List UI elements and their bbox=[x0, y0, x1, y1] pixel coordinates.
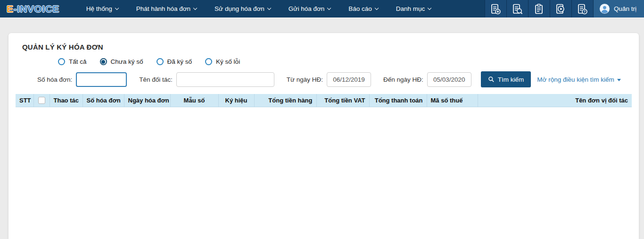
svg-text:?: ? bbox=[584, 10, 586, 13]
radio-label: Đã ký số bbox=[167, 58, 192, 65]
sign-status-radio-group: Tất cảChưa ký sốĐã ký sốKý số lỗi bbox=[58, 58, 632, 65]
nav-item-5[interactable]: Báo cáo bbox=[339, 0, 387, 17]
content-panel: QUẢN LÝ KÝ HÓA ĐƠN Tất cảChưa ký sốĐã ký… bbox=[8, 33, 639, 239]
column-header-9: Tổng tiền VAT bbox=[316, 94, 369, 107]
radio-button-icon bbox=[58, 58, 65, 65]
expand-search-label: Mở rộng điều kiện tìm kiếm bbox=[537, 76, 614, 83]
nav-item-2[interactable]: Phát hành hóa đơn bbox=[127, 0, 206, 17]
radio-dot bbox=[101, 60, 105, 64]
expand-search-link[interactable]: Mở rộng điều kiện tìm kiếm bbox=[537, 76, 620, 83]
nav-item-label: Sử dụng hóa đơn bbox=[215, 5, 264, 12]
nav-item-3[interactable]: Sử dụng hóa đơn bbox=[206, 0, 280, 17]
user-avatar-icon bbox=[599, 3, 610, 14]
column-header-8: Tổng tiền hàng bbox=[254, 94, 316, 107]
column-header-6: Mẫu số bbox=[170, 94, 218, 107]
to-date-label: Đến ngày HĐ: bbox=[383, 76, 423, 83]
nav-item-label: Báo cáo bbox=[348, 5, 372, 12]
column-header-12: Tên đơn vị đối tác bbox=[478, 94, 632, 107]
document-search-icon[interactable] bbox=[506, 0, 528, 17]
chevron-down-icon bbox=[193, 6, 197, 10]
nav-item-4[interactable]: Gửi hóa đơn bbox=[280, 0, 339, 17]
radio-option-3[interactable]: Đã ký số bbox=[157, 58, 192, 65]
nav-item-label: Phát hành hóa đơn bbox=[136, 5, 190, 12]
column-header-3: Thao tác bbox=[50, 94, 83, 107]
column-header-1: STT bbox=[16, 94, 33, 107]
column-header-7: Ký hiệu bbox=[218, 94, 254, 107]
column-header-10: Tổng thanh toán bbox=[369, 94, 427, 107]
from-date-input[interactable] bbox=[327, 72, 371, 87]
radio-button-icon bbox=[205, 58, 212, 65]
chevron-down-icon bbox=[115, 6, 118, 10]
select-all-checkbox[interactable] bbox=[38, 97, 45, 104]
page-title: QUẢN LÝ KÝ HÓA ĐƠN bbox=[16, 33, 632, 51]
document-add-icon[interactable] bbox=[485, 0, 506, 17]
document-help-icon[interactable]: ? bbox=[571, 0, 593, 17]
logo-text-e: E bbox=[7, 3, 14, 15]
invoice-no-input[interactable] bbox=[76, 72, 127, 87]
nav-item-label: Danh mục bbox=[396, 5, 425, 12]
invoice-table: STTThao tácSố hóa đơnNgày hóa đơnMẫu sốK… bbox=[16, 94, 632, 107]
from-date-label: Từ ngày HĐ: bbox=[287, 76, 323, 83]
nav-item-1[interactable]: Hệ thống bbox=[77, 0, 127, 17]
search-icon bbox=[488, 76, 495, 83]
chevron-down-icon bbox=[375, 6, 379, 10]
radio-option-4[interactable]: Ký số lỗi bbox=[205, 58, 240, 65]
user-name-label: Quản trị bbox=[614, 5, 636, 12]
search-button-label: Tìm kiếm bbox=[498, 76, 524, 83]
column-header-5: Ngày hóa đơn bbox=[124, 94, 170, 107]
app-logo[interactable]: E-INVOICE bbox=[0, 0, 64, 17]
navbar-right: ? Quản trị bbox=[485, 0, 644, 17]
radio-button-icon bbox=[157, 58, 164, 65]
search-button[interactable]: Tìm kiếm bbox=[481, 71, 531, 87]
chevron-down-icon bbox=[267, 6, 271, 10]
search-filter-bar: Số hóa đơn: Tên đối tác: Từ ngày HĐ: Đến… bbox=[37, 71, 632, 87]
to-date-input[interactable] bbox=[427, 72, 471, 87]
partner-label: Tên đối tác: bbox=[139, 76, 173, 83]
select-all-header bbox=[33, 94, 50, 107]
chevron-down-icon bbox=[617, 79, 621, 81]
radio-button-icon bbox=[100, 58, 107, 65]
user-menu[interactable]: Quản trị bbox=[593, 0, 644, 17]
nav-item-6[interactable]: Danh mục bbox=[387, 0, 440, 17]
partner-name-input[interactable] bbox=[176, 72, 274, 87]
logo-text-invoice: -INVOICE bbox=[14, 3, 59, 15]
quick-icons: ? bbox=[485, 0, 593, 17]
radio-option-1[interactable]: Tất cả bbox=[58, 58, 87, 65]
main-menu: Hệ thốngPhát hành hóa đơnSử dụng hóa đơn… bbox=[77, 0, 440, 17]
top-navbar: E-INVOICE Hệ thốngPhát hành hóa đơnSử dụ… bbox=[0, 0, 644, 17]
column-header-4: Số hóa đơn bbox=[83, 94, 124, 107]
radio-label: Chưa ký số bbox=[111, 58, 143, 65]
column-header-11: Mã số thuế bbox=[427, 94, 478, 107]
nav-item-label: Hệ thống bbox=[86, 5, 112, 12]
radio-option-2[interactable]: Chưa ký số bbox=[100, 58, 143, 65]
nav-item-label: Gửi hóa đơn bbox=[289, 5, 324, 12]
chevron-down-icon bbox=[428, 6, 431, 10]
invoice-no-label: Số hóa đơn: bbox=[37, 76, 72, 83]
chevron-down-icon bbox=[327, 6, 331, 10]
invoice-table-header: STTThao tácSố hóa đơnNgày hóa đơnMẫu sốK… bbox=[16, 94, 632, 107]
radio-label: Ký số lỗi bbox=[216, 58, 240, 65]
radio-label: Tất cả bbox=[69, 58, 87, 65]
video-guide-icon[interactable] bbox=[550, 0, 571, 17]
clipboard-icon[interactable] bbox=[528, 0, 550, 17]
